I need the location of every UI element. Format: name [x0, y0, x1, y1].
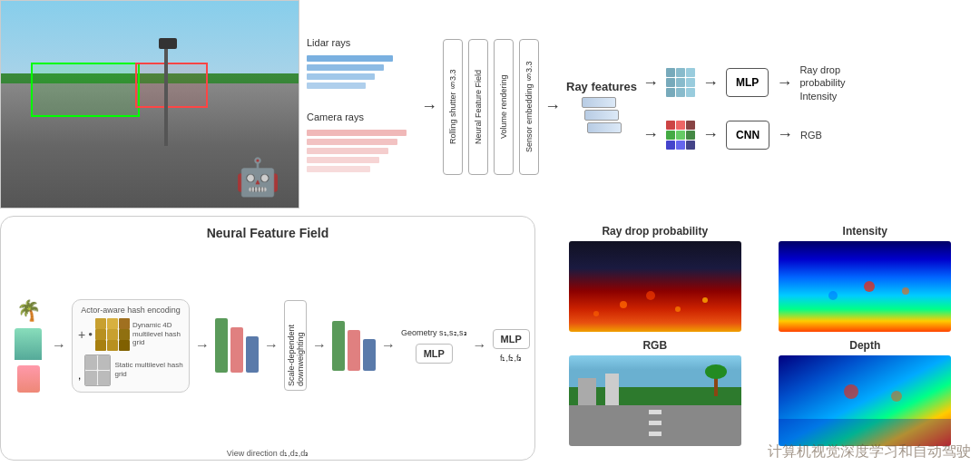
- rgb-label: RGB: [642, 339, 667, 352]
- depth-item: Depth: [764, 339, 967, 446]
- volume-rendering-block: Volume rendering: [494, 39, 514, 175]
- svg-point-3: [646, 291, 655, 300]
- sensor-embedding-block: Sensor embedding §3.3: [519, 39, 539, 175]
- cnn-output-label: RGB: [800, 129, 822, 141]
- neural-feature-field-block: Neural Feature Field: [468, 39, 488, 175]
- fvec-green-1: [215, 318, 228, 373]
- ray-drop-label: Ray drop probability: [602, 225, 708, 238]
- ray-features-icon: [582, 97, 622, 133]
- camera-ray-2: [307, 139, 397, 145]
- lidar-ray-4: [307, 83, 366, 89]
- mlp-3d-icon: [666, 68, 695, 97]
- svg-point-19: [705, 364, 727, 379]
- arrow-mlp-3: →: [776, 73, 792, 92]
- mlp-box: MLP: [726, 68, 769, 97]
- mlp1-arrow: →: [381, 337, 396, 354]
- intensity-label: Intensity: [843, 225, 887, 238]
- fvec-arrow: →: [264, 337, 279, 354]
- camera-ray-1: [307, 130, 407, 136]
- rolling-shutter-block: Rolling shutter §3.3: [443, 39, 463, 175]
- arrow-cnn-3: →: [777, 125, 793, 144]
- building-shape: [17, 365, 40, 393]
- nff-panel: Neural Feature Field 🌴 → Actor-aware has…: [0, 216, 535, 461]
- fvec-pink-2: [348, 330, 360, 371]
- enc-arrow: →: [195, 337, 210, 354]
- nff-title: Neural Feature Field: [10, 226, 525, 240]
- geometry-label: Geometry s₁,s₂,s₃: [401, 328, 467, 337]
- static-row: , Static multilevel hash grid: [78, 354, 183, 386]
- comma: ,: [78, 369, 81, 372]
- output-images-section: Ray drop probability: [544, 216, 975, 461]
- rgb-item: RGB: [554, 339, 757, 446]
- dynamic-row: + ●: [78, 318, 183, 351]
- plus-icon: +: [78, 327, 85, 342]
- arrow-cnn: →: [642, 125, 659, 144]
- palm-tree-icon: 🌴: [16, 299, 41, 323]
- view-direction-label: View direction d₁,d₂,d₃: [10, 449, 525, 458]
- svg-point-21: [844, 384, 858, 399]
- watermark: 计算机视觉深度学习和自动驾驶: [768, 442, 971, 461]
- arrow-1: →: [421, 97, 437, 116]
- robot-icon: 🤖: [235, 156, 280, 199]
- mlp2-section: MLP f₁,f₂,f₃: [493, 329, 530, 363]
- svg-rect-16: [578, 378, 596, 405]
- arrow-2: →: [544, 97, 561, 116]
- scale-arrow: →: [312, 337, 327, 354]
- arrow-mlp-2: →: [702, 73, 719, 92]
- ray-drop-image: [569, 241, 741, 332]
- camera-ray-4: [307, 157, 379, 163]
- scene-arrow: →: [52, 337, 66, 354]
- scene-inputs: 🌴: [10, 299, 46, 393]
- svg-point-2: [675, 306, 681, 312]
- feature-vecs-2: [332, 321, 376, 371]
- camera-rays-group: Camera rays: [307, 112, 416, 177]
- scene-image: 🤖: [0, 0, 299, 209]
- mlp1-block: MLP: [416, 344, 453, 364]
- svg-rect-15: [649, 432, 662, 436]
- arrow-mlp: →: [642, 73, 659, 92]
- intensity-image: [779, 241, 951, 332]
- svg-point-1: [620, 301, 627, 308]
- mlp2-arrow: →: [473, 337, 487, 354]
- camera-ray-5: [307, 166, 370, 172]
- lidar-label: Lidar rays: [307, 37, 350, 48]
- ray-features-section: Ray features: [566, 80, 637, 133]
- rays-input: Lidar rays Camera rays: [307, 37, 416, 177]
- output-paths: → → MLP → Ray drop probability Intensity: [642, 63, 845, 150]
- svg-rect-13: [649, 410, 662, 414]
- intensity-item: Intensity: [764, 225, 967, 332]
- static-label: Static multilevel hash grid: [114, 361, 183, 378]
- svg-point-7: [864, 281, 875, 292]
- svg-point-5: [593, 311, 599, 316]
- svg-point-8: [902, 287, 909, 295]
- red-highlight-box: [135, 63, 208, 108]
- mlp2-block: MLP: [493, 329, 530, 349]
- lidar-rays-group: Lidar rays: [307, 37, 416, 93]
- actor-label: Actor-aware hash encoding: [81, 306, 181, 315]
- arrow-cnn-2: →: [702, 125, 719, 144]
- ray-features-label: Ray features: [566, 80, 637, 93]
- encoding-box: Actor-aware hash encoding + ●: [72, 299, 190, 393]
- mlp-output-row: → → MLP → Ray drop probability Intensity: [642, 63, 845, 102]
- lidar-ray-1: [307, 55, 393, 62]
- depth-svg: [779, 355, 951, 446]
- fvec-blue-1: [246, 336, 259, 373]
- intensity-svg: [779, 241, 951, 332]
- fvec-blue-2: [363, 339, 376, 371]
- mlp1-section: Geometry s₁,s₂,s₃ MLP: [401, 328, 467, 364]
- lidar-ray-2: [307, 64, 384, 71]
- static-grid: [84, 354, 111, 386]
- car-shape: [15, 328, 42, 360]
- mlp-output-label: Ray drop probability Intensity: [799, 63, 845, 102]
- lidar-ray-3: [307, 73, 375, 80]
- camera-label: Camera rays: [307, 112, 364, 122]
- fvec-pink-1: [230, 327, 243, 373]
- rgb-image: [569, 355, 741, 446]
- ray-drop-item: Ray drop probability: [554, 225, 757, 332]
- svg-rect-17: [605, 374, 619, 405]
- dynamic-label: Dynamic 4D multilevel hash grid: [132, 321, 183, 347]
- cnn-output-row: → → CNN → RGB: [642, 121, 822, 150]
- scale-block: Scale-dependent downweighting: [284, 300, 307, 391]
- svg-point-22: [891, 391, 902, 402]
- nff-content: 🌴 → Actor-aware hash encoding + ●: [10, 246, 525, 445]
